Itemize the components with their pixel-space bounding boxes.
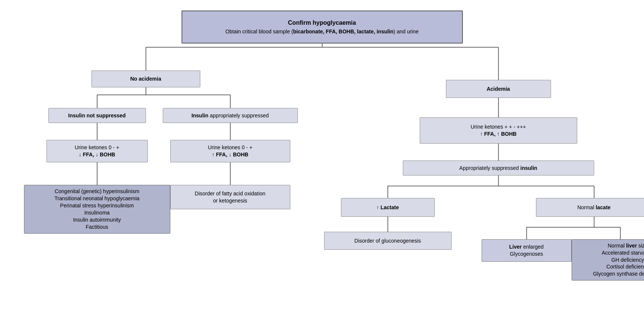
urine-ketones-left-box: Urine ketones 0 - +↓ FFA, ↓ BOHB [47, 140, 148, 162]
root-subtitle: Obtain critical blood sample (bicarbonat… [225, 28, 419, 35]
normal-liver-label: Normal liver size Accelerated starvation… [593, 242, 644, 278]
no-acidemia-label: No acidemia [130, 76, 161, 82]
normal-lacate-label: Normal lacate [577, 204, 611, 211]
root-title: Confirm hypoglycaemia [225, 19, 419, 27]
insulin-appropriately-suppressed-box: Insulin appropriately suppressed [163, 108, 298, 123]
normal-liver-box: Normal liver size Accelerated starvation… [572, 239, 644, 280]
liver-enlarged-box: Liver enlargedGlycogenoses [482, 239, 572, 262]
ins-app-sup-label: Insulin appropriately suppressed [191, 112, 269, 119]
urine-ketones-pp-box: Urine ketones + + - +++↑ FFA, ↑ BOHB [420, 117, 577, 144]
insulin-not-suppressed-box: Insulin not suppressed [48, 108, 146, 123]
congenital-label: Congenital (genetic) hyperinsulinism Tra… [54, 188, 140, 230]
urine-ketones-pp-label: Urine ketones + + - +++↑ FFA, ↑ BOHB [471, 123, 526, 138]
appropriately-suppressed-insulin-box: Appropriately suppressed insulin [403, 160, 594, 176]
urine-ketones-right-label: Urine ketones 0 - +↑ FFA, ↓ BOHB [208, 144, 252, 158]
liver-enlarged-label: Liver enlargedGlycogenoses [509, 243, 544, 258]
disorder-fatty-box: Disorder of fatty acid oxidationor ketog… [170, 185, 290, 209]
urine-ketones-left-label: Urine ketones 0 - +↓ FFA, ↓ BOHB [75, 144, 119, 158]
disorder-fatty-label: Disorder of fatty acid oxidationor ketog… [195, 190, 265, 204]
root-box: Confirm hypoglycaemia Obtain critical bl… [182, 10, 463, 44]
congenital-box: Congenital (genetic) hyperinsulinism Tra… [24, 185, 170, 234]
no-acidemia-box: No acidemia [92, 70, 200, 87]
acidemia-box: Acidemia [446, 80, 551, 98]
lactate-up-box: ↑ Lactate [341, 198, 435, 217]
disorder-gluco-box: Disorder of gluconeogenesis [324, 232, 452, 250]
ins-not-sup-label: Insulin not suppressed [68, 112, 126, 118]
lactate-up-label: ↑ Lactate [377, 204, 399, 211]
disorder-gluco-label: Disorder of gluconeogenesis [354, 237, 421, 244]
urine-ketones-right-box: Urine ketones 0 - +↑ FFA, ↓ BOHB [170, 140, 290, 162]
normal-lacate-box: Normal lacate [536, 198, 644, 217]
diagram: Confirm hypoglycaemia Obtain critical bl… [13, 7, 632, 329]
acidemia-label: Acidemia [486, 86, 510, 92]
appropriately-suppressed-insulin-label: Appropriately suppressed insulin [459, 165, 537, 172]
